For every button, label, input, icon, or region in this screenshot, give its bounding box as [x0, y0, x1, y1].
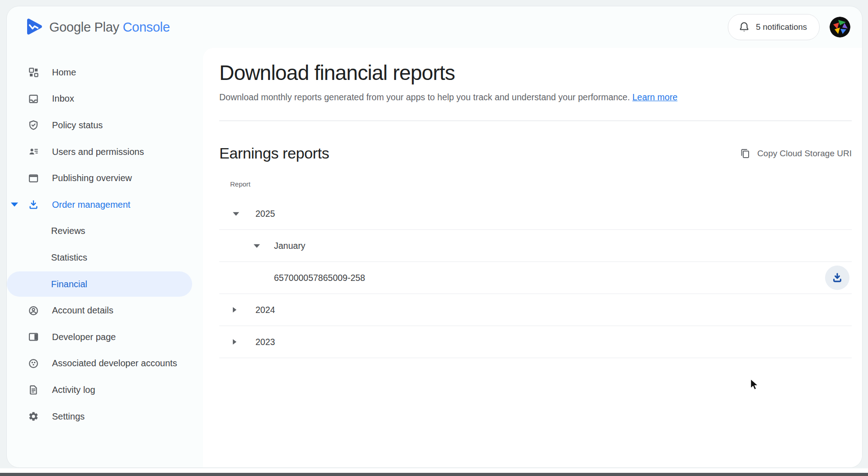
sidebar-item-label: Home — [52, 67, 76, 78]
top-bar: Google Play Console 5 notifications — [7, 6, 862, 48]
row-label: January — [274, 241, 305, 251]
sidebar-item-label: Reviews — [51, 226, 85, 236]
report-id-label: 657000057865009-258 — [274, 273, 365, 283]
sidebar-item-financial[interactable]: Financial — [7, 271, 192, 297]
linked-accounts-icon — [28, 358, 39, 369]
sidebar-item-label: Inbox — [52, 93, 74, 104]
header-divider — [219, 121, 852, 121]
chevron-right-icon[interactable] — [233, 307, 236, 313]
download-icon — [28, 199, 39, 210]
logo-text: Google Play Console — [49, 20, 170, 35]
shield-check-icon — [28, 119, 39, 131]
table-row-year-2024[interactable]: 2024 — [219, 294, 852, 326]
bell-icon — [738, 21, 750, 33]
sidebar-item-label: Order management — [52, 200, 130, 210]
developer-page-icon — [28, 331, 39, 343]
sidebar: Home Inbox Policy status — [7, 48, 203, 467]
chevron-down-icon[interactable] — [11, 203, 18, 207]
account-circle-icon — [28, 305, 39, 317]
copy-icon — [740, 148, 750, 159]
sidebar-item-label: Publishing overview — [52, 173, 132, 183]
table-row-year-2023[interactable]: 2023 — [219, 326, 852, 358]
sidebar-item-reviews[interactable]: Reviews — [7, 218, 203, 245]
sidebar-item-account-details[interactable]: Account details — [7, 297, 203, 324]
person-list-icon — [28, 146, 39, 158]
sidebar-item-settings[interactable]: Settings — [7, 403, 203, 430]
sidebar-item-label: Statistics — [51, 252, 87, 263]
table-row-year-2025[interactable]: 2025 — [219, 198, 852, 230]
sidebar-item-developer-page[interactable]: Developer page — [7, 324, 203, 350]
document-icon — [28, 384, 39, 396]
avatar[interactable] — [830, 17, 850, 37]
window-bottom-bar — [0, 473, 868, 476]
earnings-reports-table: Report 2025 January 657000057865009-258 — [219, 174, 852, 358]
sidebar-item-order-management[interactable]: Order management — [7, 191, 203, 218]
notifications-label: 5 notifications — [756, 22, 807, 32]
sidebar-item-users-permissions[interactable]: Users and permissions — [7, 139, 203, 165]
publish-card-icon — [28, 173, 39, 184]
page-title: Download financial reports — [219, 61, 852, 85]
chevron-down-icon[interactable] — [233, 212, 239, 216]
row-label: 2025 — [255, 209, 275, 219]
row-label: 2023 — [255, 337, 275, 347]
sidebar-item-associated-developer-accounts[interactable]: Associated developer accounts — [7, 350, 203, 377]
earnings-reports-heading: Earnings reports — [219, 145, 329, 162]
copy-button-label: Copy Cloud Storage URI — [757, 149, 852, 159]
notifications-button[interactable]: 5 notifications — [728, 14, 820, 40]
chevron-right-icon[interactable] — [233, 339, 236, 345]
table-row-month-january[interactable]: January — [219, 230, 852, 262]
learn-more-link[interactable]: Learn more — [632, 92, 678, 102]
sidebar-item-label: Account details — [52, 305, 113, 316]
app-window: Google Play Console 5 notifications — [6, 6, 863, 468]
sidebar-item-label: Settings — [52, 411, 85, 422]
sidebar-item-label: Users and permissions — [52, 147, 144, 157]
sidebar-item-statistics[interactable]: Statistics — [7, 244, 203, 271]
table-column-header: Report — [219, 174, 852, 198]
page-subtitle: Download monthly reports generated from … — [219, 91, 852, 103]
download-report-button[interactable] — [825, 266, 849, 290]
sidebar-item-label: Associated developer accounts — [52, 358, 177, 369]
sidebar-item-home[interactable]: Home — [7, 59, 203, 86]
sidebar-item-inbox[interactable]: Inbox — [7, 86, 203, 112]
sidebar-item-publishing-overview[interactable]: Publishing overview — [7, 165, 203, 191]
sidebar-item-label: Activity log — [52, 385, 95, 395]
inbox-icon — [28, 93, 39, 105]
copy-cloud-storage-uri-button[interactable]: Copy Cloud Storage URI — [740, 148, 852, 159]
main-content: Download financial reports Download mont… — [203, 48, 862, 467]
sidebar-item-policy-status[interactable]: Policy status — [7, 112, 203, 139]
dashboard-icon — [28, 66, 39, 78]
chevron-down-icon[interactable] — [254, 244, 260, 248]
google-play-console-logo[interactable]: Google Play Console — [26, 18, 170, 36]
sidebar-item-label: Developer page — [52, 332, 116, 342]
table-row-report-file: 657000057865009-258 — [219, 262, 852, 294]
sidebar-item-label: Financial — [51, 279, 87, 289]
sidebar-item-activity-log[interactable]: Activity log — [7, 377, 203, 403]
sidebar-item-label: Policy status — [52, 120, 103, 131]
download-icon — [831, 272, 843, 284]
play-console-logo-icon — [26, 18, 42, 36]
row-label: 2024 — [255, 305, 275, 315]
gear-icon — [28, 411, 39, 422]
